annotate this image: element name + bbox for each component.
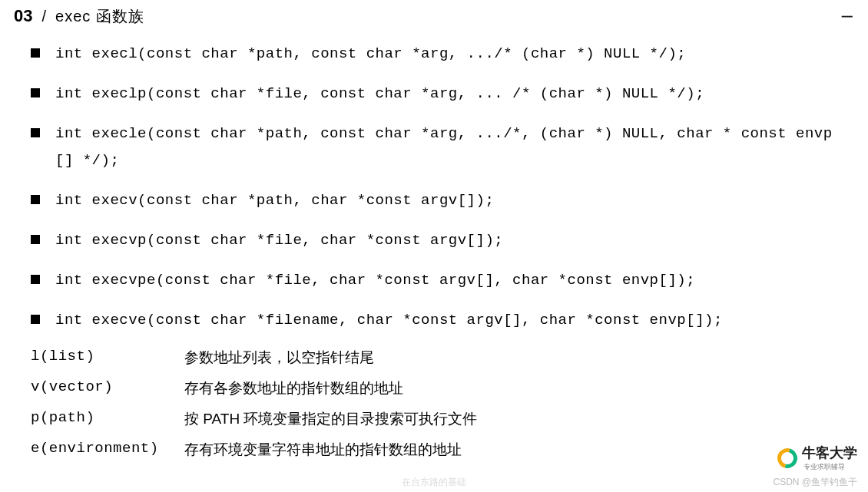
- bullet-icon: [31, 315, 40, 324]
- suffix-key: v(vector): [31, 378, 184, 395]
- list-item: int execle(const char *path, const char …: [31, 121, 845, 173]
- list-item: int execvp(const char *file, char *const…: [31, 227, 845, 253]
- watermark-text: 在台东路的基础: [402, 476, 466, 489]
- code-line: int execl(const char *path, const char *…: [55, 41, 845, 67]
- brand-badge: 牛客大学 专业求职辅导: [777, 444, 857, 472]
- header-left: 03 / exec 函数族: [14, 6, 144, 27]
- brand-name: 牛客大学: [802, 445, 857, 461]
- suffix-row: e(environment) 存有环境变量字符串地址的指针数组的地址: [31, 440, 845, 460]
- bullet-icon: [31, 88, 40, 97]
- suffix-desc: 参数地址列表，以空指针结尾: [184, 348, 374, 368]
- slide-title: exec 函数族: [55, 6, 144, 27]
- suffix-table: l(list) 参数地址列表，以空指针结尾 v(vector) 存有各参数地址的…: [31, 348, 845, 460]
- slide-number: 03: [14, 6, 32, 26]
- code-line: int execv(const char *path, char *const …: [55, 187, 845, 213]
- brand-sub: 专业求职辅导: [803, 462, 857, 472]
- csdn-attribution: CSDN @鱼竿钓鱼干: [773, 476, 857, 489]
- code-line: int execvp(const char *file, char *const…: [55, 227, 845, 253]
- suffix-row: p(path) 按 PATH 环境变量指定的目录搜索可执行文件: [31, 409, 845, 429]
- brand-text-wrap: 牛客大学 专业求职辅导: [802, 444, 857, 472]
- code-line: int execlp(const char *file, const char …: [55, 81, 845, 107]
- suffix-key: e(environment): [31, 440, 184, 457]
- slide-content: int execl(const char *path, const char *…: [0, 30, 868, 460]
- list-item: int execl(const char *path, const char *…: [31, 41, 845, 67]
- menu-icon[interactable]: ⸺: [840, 8, 854, 25]
- bullet-icon: [31, 275, 40, 284]
- code-line: int execle(const char *path, const char …: [55, 121, 845, 173]
- suffix-key: l(list): [31, 348, 184, 365]
- list-item: int execve(const char *filename, char *c…: [31, 307, 845, 333]
- list-item: int execlp(const char *file, const char …: [31, 81, 845, 107]
- slide-header: 03 / exec 函数族 ⸺: [0, 0, 868, 30]
- code-line: int execvpe(const char *file, char *cons…: [55, 267, 845, 293]
- suffix-row: l(list) 参数地址列表，以空指针结尾: [31, 348, 845, 368]
- suffix-key: p(path): [31, 409, 184, 426]
- list-item: int execv(const char *path, char *const …: [31, 187, 845, 213]
- suffix-row: v(vector) 存有各参数地址的指针数组的地址: [31, 378, 845, 398]
- brand-logo-icon: [777, 448, 797, 468]
- suffix-desc: 存有环境变量字符串地址的指针数组的地址: [184, 440, 462, 460]
- bullet-icon: [31, 128, 40, 137]
- suffix-desc: 存有各参数地址的指针数组的地址: [184, 378, 403, 398]
- suffix-desc: 按 PATH 环境变量指定的目录搜索可执行文件: [184, 409, 477, 429]
- function-list: int execl(const char *path, const char *…: [31, 41, 845, 334]
- bullet-icon: [31, 235, 40, 244]
- code-line: int execve(const char *filename, char *c…: [55, 307, 845, 333]
- slash: /: [41, 8, 46, 25]
- bullet-icon: [31, 48, 40, 58]
- bullet-icon: [31, 195, 40, 204]
- list-item: int execvpe(const char *file, char *cons…: [31, 267, 845, 293]
